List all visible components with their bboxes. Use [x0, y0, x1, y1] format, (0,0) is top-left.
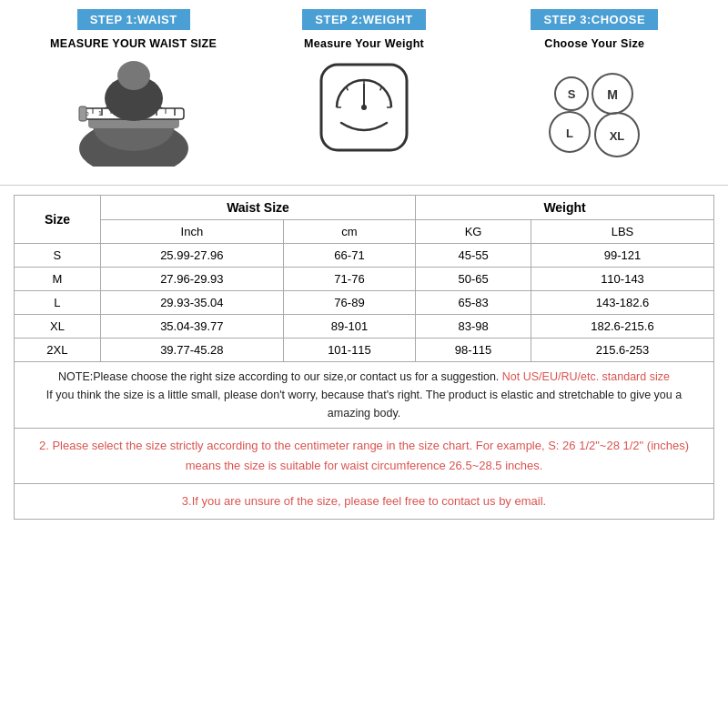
cell-cm: 66-71 — [283, 244, 415, 268]
cell-lbs: 99-121 — [531, 244, 714, 268]
cell-cm: 89-101 — [283, 315, 415, 339]
col-inch: Inch — [100, 220, 283, 244]
cell-lbs: 182.6-215.6 — [531, 315, 714, 339]
cell-kg: 45-55 — [416, 244, 531, 268]
cell-cm: 71-76 — [283, 268, 415, 291]
table-header-row-1: Size Waist Size Weight — [15, 196, 714, 220]
note2-text: If you think the size is a little small,… — [46, 389, 682, 420]
note2-section: 2. Please select the size strictly accor… — [14, 429, 714, 484]
table-header-row-2: Inch cm KG LBS — [15, 220, 714, 244]
svg-text:1: 1 — [98, 110, 102, 116]
step1-badge: STEP 1:WAIST — [77, 9, 190, 30]
cell-kg: 83-98 — [416, 315, 531, 339]
svg-text:XL: XL — [610, 129, 625, 143]
table-row: L29.93-35.0476-8965-83143-182.6 — [15, 291, 714, 315]
cell-lbs: 110-143 — [531, 268, 714, 291]
cell-inch: 35.04-39.77 — [100, 315, 283, 339]
cell-lbs: 215.6-253 — [531, 339, 714, 362]
svg-point-23 — [361, 105, 367, 110]
step1-label: MEASURE YOUR WAIST SIZE — [50, 37, 217, 50]
steps-section: STEP 1:WAIST MEASURE YOUR WAIST SIZE 1 2 — [0, 0, 728, 186]
svg-text:S: S — [568, 87, 576, 101]
cell-size: 2XL — [15, 339, 101, 362]
cell-size: L — [15, 291, 101, 315]
step-2-col: STEP 2:WEIGHT Measure Your Weight — [260, 9, 468, 157]
col-size: Size — [15, 196, 101, 244]
size-table-section: Size Waist Size Weight Inch cm KG LBS S2… — [0, 186, 728, 529]
step2-label: Measure Your Weight — [304, 37, 424, 50]
col-waist-size: Waist Size — [100, 196, 415, 220]
cell-cm: 76-89 — [283, 291, 415, 315]
table-row: 2XL39.77-45.28101-11598-115215.6-253 — [15, 339, 714, 362]
note3-text: 2. Please select the size strictly accor… — [39, 439, 689, 472]
note4-text: 3.If you are unsure of the size, please … — [182, 494, 546, 508]
cell-kg: 65-83 — [416, 291, 531, 315]
note1-section: NOTE:Please choose the right size accord… — [14, 362, 714, 429]
step-3-col: STEP 3:CHOOSE Choose Your Size S M L XL — [490, 9, 698, 157]
choose-size-icon: S M L XL — [544, 57, 644, 157]
step3-badge: STEP 3:CHOOSE — [531, 9, 658, 30]
table-row: S25.99-27.9666-7145-5599-121 — [15, 244, 714, 268]
size-table: Size Waist Size Weight Inch cm KG LBS S2… — [14, 195, 714, 362]
cell-kg: 98-115 — [416, 339, 531, 362]
waist-icon: 1 2 3 0 — [61, 57, 207, 167]
scale-icon — [314, 57, 414, 157]
col-weight: Weight — [416, 196, 714, 220]
note1-text: NOTE:Please choose the right size accord… — [58, 370, 502, 383]
step2-badge: STEP 2:WEIGHT — [302, 9, 425, 30]
table-row: XL35.04-39.7789-10183-98182.6-215.6 — [15, 315, 714, 339]
cell-lbs: 143-182.6 — [531, 291, 714, 315]
svg-text:L: L — [566, 126, 573, 140]
cell-size: M — [15, 268, 101, 291]
svg-text:M: M — [607, 87, 618, 102]
col-kg: KG — [416, 220, 531, 244]
step-1-col: STEP 1:WAIST MEASURE YOUR WAIST SIZE 1 2 — [30, 9, 238, 167]
cell-cm: 101-115 — [283, 339, 415, 362]
cell-inch: 25.99-27.96 — [100, 244, 283, 268]
note3-section: 3.If you are unsure of the size, please … — [14, 484, 714, 520]
cell-size: S — [15, 244, 101, 268]
cell-size: XL — [15, 315, 101, 339]
svg-point-20 — [117, 61, 150, 90]
col-lbs: LBS — [531, 220, 714, 244]
cell-kg: 50-65 — [416, 268, 531, 291]
cell-inch: 27.96-29.93 — [100, 268, 283, 291]
svg-rect-18 — [79, 106, 86, 121]
cell-inch: 39.77-45.28 — [100, 339, 283, 362]
table-row: M27.96-29.9371-7650-65110-143 — [15, 268, 714, 291]
col-cm: cm — [283, 220, 415, 244]
step3-label: Choose Your Size — [544, 37, 644, 50]
note1-red: Not US/EU/RU/etc. standard size — [502, 370, 670, 383]
cell-inch: 29.93-35.04 — [100, 291, 283, 315]
